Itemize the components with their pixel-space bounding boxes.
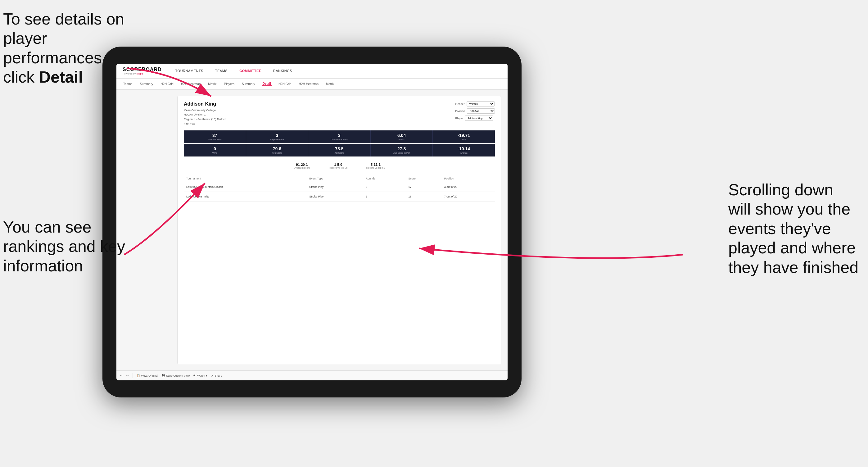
toolbar-watch-label: Watch	[197, 374, 205, 377]
cell-event-type-1: Stroke Play	[307, 182, 363, 192]
stat-points: 6.04 Points	[371, 130, 433, 143]
player-school: Mesa Community College	[184, 108, 226, 113]
stat-avg-sg: -10.14 Avg SG	[433, 144, 495, 156]
player-info: Addison King Mesa Community College NJCA…	[184, 101, 226, 126]
record-overall-value: 91-20-1	[294, 163, 310, 166]
player-name: Addison King	[184, 101, 226, 107]
gender-filter-row: Gender Women Men	[455, 101, 495, 106]
cell-position-1: 4 out of 20	[442, 182, 495, 192]
sub-nav-h2hheatmap2[interactable]: H2H Heatmap	[298, 82, 319, 86]
record-top25: 1-5-0 Record vs top 25	[329, 163, 347, 169]
stat-label-national-rank: National Rank	[185, 138, 245, 141]
stat-value-avg-score: 79.6	[247, 146, 307, 151]
sub-nav-h2hheatmap[interactable]: H2H Heatmap	[180, 82, 201, 86]
sub-navbar: Teams Summary H2H Grid H2H Heatmap Matri…	[116, 79, 507, 90]
stat-value-avg-score-par: 27.8	[372, 146, 432, 151]
player-select[interactable]: Addison King	[465, 116, 493, 121]
cell-tournament-2: Lady Coyote Invite	[184, 192, 307, 201]
nav-item-teams[interactable]: TEAMS	[214, 69, 229, 73]
toolbar-view-original-label: View: Original	[141, 374, 158, 377]
sub-nav-h2hgrid2[interactable]: H2H Grid	[278, 82, 292, 86]
player-region: Region 1 - Southwest (18) District	[184, 117, 226, 121]
stat-value-wins: 0	[185, 146, 245, 151]
table-row[interactable]: Estrella CC- Mountain Classic Stroke Pla…	[184, 182, 495, 192]
stat-adj-score: 78.5 Adj Score	[308, 144, 371, 156]
stat-label-adj-score: Adj Score	[310, 152, 369, 154]
sub-nav-matrix2[interactable]: Matrix	[326, 82, 335, 86]
toolbar-watch[interactable]: 👁 Watch ▾	[193, 374, 207, 377]
sub-nav-summary2[interactable]: Summary	[241, 82, 256, 86]
player-label: Player	[455, 117, 463, 120]
gender-select[interactable]: Women Men	[467, 101, 495, 106]
annotation-top-left: To see details on player performances cl…	[3, 9, 127, 87]
app-logo: SCOREBOARD Powered by clippd	[123, 67, 162, 75]
bottom-toolbar: ↩ ↪ 📋 View: Original 💾 Save Custom View …	[116, 370, 507, 380]
record-top25-value: 1-5-0	[329, 163, 347, 166]
table-row[interactable]: Lady Coyote Invite Stroke Play 2 16 7 ou…	[184, 192, 495, 201]
stat-conference-rank: 3 Conference Rank	[308, 130, 371, 143]
stats-grid-1: 37 National Rank 3 Regional Rank 3 Confe…	[184, 130, 495, 143]
toolbar-undo[interactable]: ↩	[120, 374, 123, 377]
player-filters: Gender Women Men Division NJCAA I	[455, 101, 495, 126]
nav-item-committee[interactable]: COMMITTEE	[238, 69, 262, 73]
annotation-top-left-bold: Detail	[39, 68, 83, 86]
cell-score-1: 17	[406, 182, 442, 192]
stat-label-points: Points	[372, 138, 432, 141]
gender-label: Gender	[455, 102, 464, 105]
stat-value-avg-sg: -10.14	[434, 146, 494, 151]
tablet-frame: SCOREBOARD Powered by clippd TOURNAMENTS…	[102, 46, 522, 398]
division-filter-row: Division NJCAA I NJCAA II	[455, 108, 495, 114]
stat-avg-score: 79.6 Avg Score	[246, 144, 309, 156]
stat-value-points: 6.04	[372, 133, 432, 138]
stat-wins: 0 Wins	[184, 144, 246, 156]
sub-nav-detail[interactable]: Detail	[262, 82, 272, 86]
col-score: Score	[406, 175, 442, 182]
stat-sos: -19.71 SoS	[433, 130, 495, 143]
app-logo-title: SCOREBOARD	[123, 67, 162, 72]
record-top50-value: 5-11-1	[366, 163, 385, 166]
sub-nav-players[interactable]: Players	[223, 82, 235, 86]
stat-label-sos: SoS	[434, 138, 494, 141]
record-top50-label: Record vs top 50	[366, 166, 385, 169]
division-select[interactable]: NJCAA I NJCAA II	[467, 108, 495, 114]
player-detail: Addison King Mesa Community College NJCA…	[178, 96, 501, 207]
stat-regional-rank: 3 Regional Rank	[246, 130, 309, 143]
toolbar-redo[interactable]: ↪	[126, 374, 129, 377]
col-position: Position	[442, 175, 495, 182]
sub-nav-matrix[interactable]: Matrix	[207, 82, 217, 86]
stat-value-conference-rank: 3	[310, 133, 369, 138]
sub-nav-summary[interactable]: Summary	[139, 82, 154, 86]
stat-label-regional-rank: Regional Rank	[247, 138, 307, 141]
stat-national-rank: 37 National Rank	[184, 130, 246, 143]
col-tournament: Tournament	[184, 175, 307, 182]
tournament-table: Tournament Event Type Rounds Score Posit…	[184, 175, 495, 201]
toolbar-view-original[interactable]: 📋 View: Original	[136, 374, 158, 377]
nav-item-tournaments[interactable]: TOURNAMENTS	[174, 69, 205, 73]
annotation-right-text: Scrolling down will show you the events …	[728, 181, 858, 276]
sub-nav-h2hgrid[interactable]: H2H Grid	[160, 82, 174, 86]
cell-position-2: 7 out of 20	[442, 192, 495, 201]
app-logo-sub: Powered by clippd	[123, 72, 162, 75]
stat-value-regional-rank: 3	[247, 133, 307, 138]
record-top25-label: Record vs top 25	[329, 166, 347, 169]
player-header: Addison King Mesa Community College NJCA…	[184, 101, 495, 126]
record-overall: 91-20-1 Overall Record	[294, 163, 310, 169]
player-filter-row: Player Addison King	[455, 116, 495, 121]
cell-tournament-1: Estrella CC- Mountain Classic	[184, 182, 307, 192]
left-panel	[123, 96, 172, 364]
records-row: 91-20-1 Overall Record 1-5-0 Record vs t…	[184, 160, 495, 172]
right-panel: Addison King Mesa Community College NJCA…	[177, 96, 501, 364]
toolbar-save-custom-label: Save Custom View	[166, 374, 190, 377]
toolbar-save-custom[interactable]: 💾 Save Custom View	[162, 374, 190, 377]
record-top50: 5-11-1 Record vs top 50	[366, 163, 385, 169]
toolbar-share-label: Share	[215, 374, 222, 377]
nav-item-rankings[interactable]: RANKINGS	[272, 69, 293, 73]
stat-label-wins: Wins	[185, 152, 245, 154]
toolbar-share[interactable]: ↗ Share	[211, 374, 222, 377]
app-navbar: SCOREBOARD Powered by clippd TOURNAMENTS…	[116, 64, 507, 79]
stat-label-avg-score-par: Avg Score to Par	[372, 152, 432, 154]
record-overall-label: Overall Record	[294, 166, 310, 169]
player-division: NJCAA Division 1	[184, 113, 226, 117]
cell-event-type-2: Stroke Play	[307, 192, 363, 201]
stat-value-sos: -19.71	[434, 133, 494, 138]
